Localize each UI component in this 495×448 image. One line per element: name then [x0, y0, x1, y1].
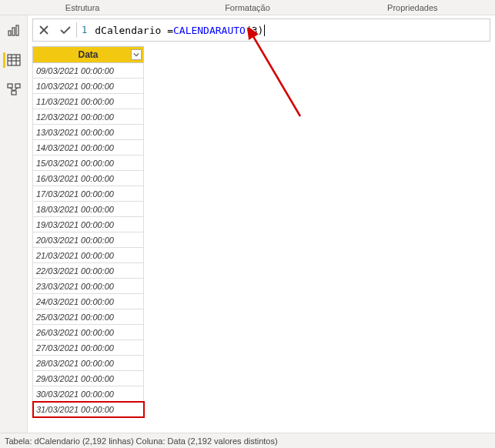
- cell-data[interactable]: 31/03/2021 00:00:00: [33, 402, 144, 417]
- table-row[interactable]: 14/03/2021 00:00:00: [33, 140, 144, 155]
- formula-bar: 1 dCalendario = CALENDARAUTO ( 3 ): [32, 18, 490, 42]
- table-row[interactable]: 28/03/2021 00:00:00: [33, 356, 144, 371]
- formula-line-number: 1: [82, 25, 87, 35]
- cell-data[interactable]: 09/03/2021 00:00:00: [33, 63, 144, 79]
- chevron-down-icon: [133, 52, 139, 58]
- check-icon: [59, 25, 72, 35]
- cell-data[interactable]: 18/03/2021 00:00:00: [33, 202, 144, 217]
- table-row[interactable]: 20/03/2021 00:00:00: [33, 232, 144, 248]
- cell-data[interactable]: 28/03/2021 00:00:00: [33, 356, 144, 371]
- svg-rect-1: [12, 28, 15, 35]
- formula-text-prefix: dCalendario =: [95, 25, 173, 36]
- tab-formatting[interactable]: Formatação: [165, 2, 329, 14]
- cell-data[interactable]: 25/03/2021 00:00:00: [33, 309, 144, 325]
- cell-data[interactable]: 20/03/2021 00:00:00: [33, 232, 144, 248]
- formula-input[interactable]: 1 dCalendario = CALENDARAUTO ( 3 ): [77, 19, 490, 41]
- table-row[interactable]: 22/03/2021 00:00:00: [33, 263, 144, 279]
- cell-data[interactable]: 30/03/2021 00:00:00: [33, 386, 144, 402]
- cell-data[interactable]: 12/03/2021 00:00:00: [33, 109, 144, 125]
- cell-data[interactable]: 29/03/2021 00:00:00: [33, 371, 144, 386]
- table-row[interactable]: 12/03/2021 00:00:00: [33, 109, 144, 125]
- table-row[interactable]: 15/03/2021 00:00:00: [33, 155, 144, 171]
- main-area: 1 dCalendario = CALENDARAUTO ( 3 ) Data: [0, 15, 495, 433]
- svg-rect-2: [16, 25, 18, 35]
- table-row[interactable]: 31/03/2021 00:00:00: [33, 402, 144, 417]
- cell-data[interactable]: 23/03/2021 00:00:00: [33, 279, 144, 294]
- cell-data[interactable]: 13/03/2021 00:00:00: [33, 125, 144, 140]
- table-row[interactable]: 18/03/2021 00:00:00: [33, 202, 144, 217]
- cell-data[interactable]: 19/03/2021 00:00:00: [33, 217, 144, 232]
- cancel-formula-button[interactable]: [33, 19, 55, 41]
- svg-rect-0: [8, 31, 11, 35]
- column-header-data[interactable]: Data: [33, 47, 144, 63]
- table-row[interactable]: 26/03/2021 00:00:00: [33, 325, 144, 340]
- text-cursor: [264, 25, 265, 36]
- tab-structure[interactable]: Estrutura: [0, 2, 165, 14]
- cell-data[interactable]: 15/03/2021 00:00:00: [33, 155, 144, 171]
- svg-rect-10: [12, 91, 16, 95]
- table-row[interactable]: 10/03/2021 00:00:00: [33, 79, 144, 94]
- table-row[interactable]: 30/03/2021 00:00:00: [33, 386, 144, 402]
- column-filter-button[interactable]: [131, 49, 142, 60]
- formula-function-name: CALENDARAUTO: [173, 25, 246, 36]
- data-view-icon: [7, 54, 21, 66]
- cell-data[interactable]: 24/03/2021 00:00:00: [33, 294, 144, 309]
- cell-data[interactable]: 21/03/2021 00:00:00: [33, 248, 144, 263]
- table-row[interactable]: 19/03/2021 00:00:00: [33, 217, 144, 232]
- table-row[interactable]: 21/03/2021 00:00:00: [33, 248, 144, 263]
- table-row[interactable]: 16/03/2021 00:00:00: [33, 171, 144, 186]
- formula-arg: 3: [252, 25, 258, 36]
- table-row[interactable]: 11/03/2021 00:00:00: [33, 94, 144, 109]
- content-area: 1 dCalendario = CALENDARAUTO ( 3 ) Data: [28, 15, 495, 433]
- data-grid: Data 09/03/2021 00:00:0010/03/2021 00:00…: [32, 46, 144, 417]
- cell-data[interactable]: 10/03/2021 00:00:00: [33, 79, 144, 94]
- formula-close-paren: ): [258, 25, 264, 36]
- table-row[interactable]: 29/03/2021 00:00:00: [33, 371, 144, 386]
- commit-formula-button[interactable]: [55, 19, 76, 41]
- x-icon: [38, 25, 49, 35]
- tab-properties[interactable]: Propriedades: [330, 2, 495, 14]
- table-row[interactable]: 09/03/2021 00:00:00: [33, 63, 144, 79]
- data-grid-wrap: Data 09/03/2021 00:00:0010/03/2021 00:00…: [28, 46, 495, 433]
- cell-data[interactable]: 26/03/2021 00:00:00: [33, 325, 144, 340]
- table-row[interactable]: 23/03/2021 00:00:00: [33, 279, 144, 294]
- model-view-icon: [7, 83, 21, 95]
- cell-data[interactable]: 14/03/2021 00:00:00: [33, 140, 144, 155]
- svg-rect-8: [8, 84, 12, 88]
- table-row[interactable]: 17/03/2021 00:00:00: [33, 186, 144, 202]
- table-row[interactable]: 27/03/2021 00:00:00: [33, 340, 144, 356]
- status-text: Tabela: dCalendario (2,192 linhas) Colun…: [5, 436, 278, 446]
- table-row[interactable]: 25/03/2021 00:00:00: [33, 309, 144, 325]
- cell-data[interactable]: 16/03/2021 00:00:00: [33, 171, 144, 186]
- view-rail: [0, 15, 28, 433]
- ribbon-tabs: Estrutura Formatação Propriedades: [0, 0, 495, 15]
- table-row[interactable]: 24/03/2021 00:00:00: [33, 294, 144, 309]
- report-view-button[interactable]: [5, 23, 23, 38]
- table-row[interactable]: 13/03/2021 00:00:00: [33, 125, 144, 140]
- cell-data[interactable]: 11/03/2021 00:00:00: [33, 94, 144, 109]
- cell-data[interactable]: 27/03/2021 00:00:00: [33, 340, 144, 356]
- column-header-label: Data: [78, 49, 98, 60]
- cell-data[interactable]: 22/03/2021 00:00:00: [33, 263, 144, 279]
- status-bar: Tabela: dCalendario (2,192 linhas) Colun…: [0, 433, 495, 448]
- data-view-button[interactable]: [3, 52, 22, 68]
- svg-rect-3: [8, 55, 20, 65]
- report-view-icon: [7, 25, 21, 37]
- svg-rect-9: [15, 84, 20, 88]
- model-view-button[interactable]: [5, 82, 23, 97]
- formula-open-paren: (: [246, 25, 252, 36]
- cell-data[interactable]: 17/03/2021 00:00:00: [33, 186, 144, 202]
